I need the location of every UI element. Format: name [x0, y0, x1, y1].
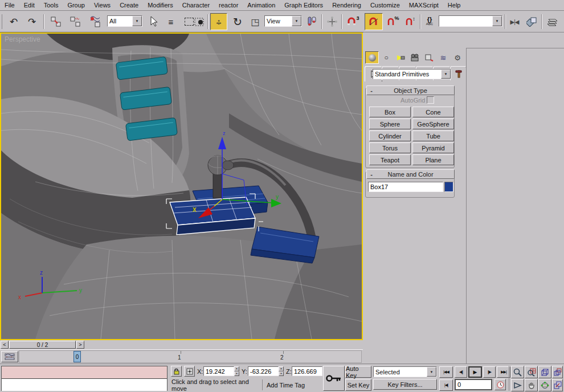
use-pivot-center-button[interactable]: [304, 14, 319, 30]
current-frame-input[interactable]: [455, 379, 492, 390]
category-cameras-button[interactable]: [408, 51, 422, 64]
menu-tools[interactable]: Tools: [39, 0, 63, 10]
menu-create[interactable]: Create: [115, 0, 143, 10]
viewport-canvas[interactable]: z X y x y z Perspective: [1, 34, 362, 339]
selection-lock-button[interactable]: [171, 366, 182, 377]
track-bar[interactable]: 0 1 2: [0, 349, 363, 364]
bind-to-spacewarp-button[interactable]: [87, 14, 103, 30]
time-slider-prev-button[interactable]: <: [1, 341, 9, 349]
spinner-snap-button[interactable]: ↕: [402, 14, 418, 30]
selection-filter-dropdown[interactable]: All ▼: [107, 15, 142, 27]
x-coord-spinner[interactable]: ▲▼: [234, 366, 239, 376]
category-helpers-button[interactable]: [422, 51, 436, 64]
percent-snap-button[interactable]: %: [385, 14, 401, 30]
mirror-button[interactable]: ▶|◀: [507, 14, 522, 30]
y-coord-spinner[interactable]: ▲▼: [279, 366, 284, 376]
set-key-button[interactable]: Set Key: [345, 379, 371, 391]
select-and-manipulate-button[interactable]: [325, 14, 340, 30]
next-frame-button[interactable]: ||▶: [483, 366, 496, 378]
object-button-box[interactable]: Box: [369, 107, 411, 117]
menu-group[interactable]: Group: [63, 0, 89, 10]
menu-maxscript[interactable]: MAXScript: [404, 0, 443, 10]
autogrid-checkbox[interactable]: [427, 96, 434, 104]
selection-filter-arrow[interactable]: ▼: [132, 16, 142, 26]
angle-snap-button[interactable]: [365, 13, 383, 30]
object-button-teapot[interactable]: Teapot: [369, 154, 411, 165]
object-name-input[interactable]: [368, 182, 443, 192]
play-button[interactable]: ▶: [468, 366, 482, 378]
menu-views[interactable]: Views: [89, 0, 115, 10]
primitives-dropdown-arrow[interactable]: ▼: [441, 70, 451, 79]
menu-help[interactable]: Help: [443, 0, 465, 10]
object-button-cone[interactable]: Cone: [412, 107, 454, 117]
menu-graph-editors[interactable]: Graph Editors: [280, 0, 328, 10]
name-color-rollout-header[interactable]: - Name and Color: [366, 169, 455, 179]
key-filter-dropdown[interactable]: Selected ▼: [373, 366, 437, 377]
coordinate-system-arrow[interactable]: ▼: [292, 16, 301, 26]
y-coord-input[interactable]: [248, 366, 279, 376]
object-button-geosphere[interactable]: GeoSphere: [412, 119, 454, 129]
menu-animation[interactable]: Animation: [243, 0, 280, 10]
object-button-torus[interactable]: Torus: [369, 142, 411, 153]
select-and-scale-button[interactable]: ◳: [247, 14, 263, 30]
track-bar-frame-marker[interactable]: 0: [73, 351, 81, 362]
maxscript-mini-listener[interactable]: [1, 366, 167, 391]
object-button-sphere[interactable]: Sphere: [369, 119, 411, 129]
unlink-selection-button[interactable]: [67, 14, 83, 30]
menu-rendering[interactable]: Rendering: [328, 0, 366, 10]
layer-manager-button[interactable]: [544, 14, 561, 30]
key-filters-button[interactable]: Key Filters...: [373, 379, 437, 390]
set-keys-button[interactable]: [323, 366, 345, 391]
menu-character[interactable]: Character: [178, 0, 214, 10]
select-and-rotate-button[interactable]: ↻: [230, 14, 246, 30]
auto-key-button[interactable]: Auto Key: [345, 366, 371, 378]
window-crossing-button[interactable]: [193, 15, 206, 29]
select-object-button[interactable]: [146, 14, 161, 30]
select-and-move-button[interactable]: ↔↕: [210, 13, 227, 30]
coordinate-system-dropdown[interactable]: View ▼: [264, 15, 302, 27]
tab-utilities[interactable]: [450, 66, 467, 80]
min-max-toggle-button[interactable]: [552, 379, 563, 391]
x-coord-input[interactable]: [203, 366, 234, 376]
menu-modifiers[interactable]: Modifiers: [143, 0, 178, 10]
mini-curve-editor-button[interactable]: [1, 351, 18, 362]
listener-line[interactable]: [2, 379, 167, 391]
category-shapes-button[interactable]: ○: [379, 51, 393, 64]
category-spacewarps-button[interactable]: ≋: [436, 51, 450, 64]
named-selection-arrow[interactable]: ▼: [492, 16, 502, 26]
category-systems-button[interactable]: ⚙: [451, 51, 464, 64]
edit-named-selections-button[interactable]: {} ABC: [422, 14, 437, 30]
key-mode-toggle-button[interactable]: |◀|: [439, 379, 453, 391]
snap-toggle-button[interactable]: 3: [345, 14, 362, 30]
object-button-cylinder[interactable]: Cylinder: [369, 130, 411, 141]
absolute-mode-button[interactable]: [184, 366, 195, 377]
primitives-dropdown[interactable]: Standard Primitives ▼: [373, 69, 451, 79]
category-geometry-button[interactable]: [365, 51, 379, 64]
zoom-all-button[interactable]: [525, 366, 538, 378]
menu-edit[interactable]: Edit: [19, 0, 39, 10]
macro-recorder-line[interactable]: [2, 366, 167, 379]
select-and-link-button[interactable]: [48, 14, 64, 30]
perspective-viewport[interactable]: z X y x y z Perspective: [0, 32, 363, 340]
object-button-tube[interactable]: Tube: [412, 130, 454, 141]
time-slider-thumb[interactable]: 0 / 2: [9, 341, 76, 349]
named-selection-dropdown[interactable]: ▼: [439, 15, 502, 27]
go-to-start-button[interactable]: |◀◀: [439, 366, 453, 378]
object-button-plane[interactable]: Plane: [412, 154, 454, 165]
undo-button[interactable]: ↶: [6, 14, 22, 30]
menu-reactor[interactable]: reactor: [214, 0, 243, 10]
menu-file[interactable]: File: [0, 0, 19, 10]
align-button[interactable]: [524, 14, 540, 30]
z-coord-input[interactable]: [292, 366, 322, 376]
object-type-rollout-header[interactable]: - Object Type: [366, 85, 455, 95]
field-of-view-button[interactable]: [511, 379, 524, 391]
zoom-button[interactable]: [511, 366, 524, 378]
previous-frame-button[interactable]: ◀||: [455, 366, 467, 378]
category-lights-button[interactable]: [394, 51, 407, 64]
viewport-label[interactable]: Perspective: [5, 35, 40, 43]
menu-customize[interactable]: Customize: [366, 0, 404, 10]
object-color-swatch[interactable]: [444, 182, 453, 192]
zoom-extents-all-button[interactable]: [552, 366, 563, 378]
key-filter-arrow[interactable]: ▼: [427, 367, 436, 377]
object-button-pyramid[interactable]: Pyramid: [412, 142, 454, 153]
